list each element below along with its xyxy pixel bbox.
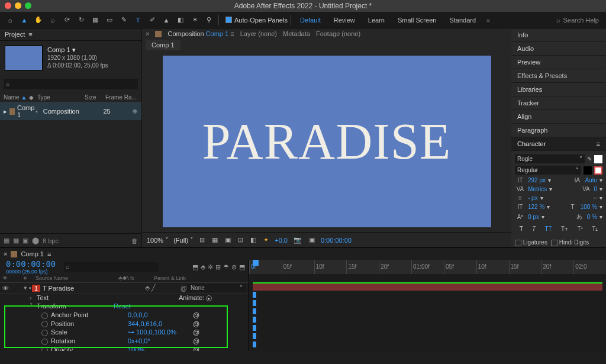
zoom-tool-icon[interactable]: ⌕	[46, 14, 59, 27]
superscript-button[interactable]: T¹	[577, 226, 582, 232]
composition-tab[interactable]: Composition Comp 1 ≡	[167, 30, 234, 37]
stroke-width-input[interactable]: - px	[528, 195, 538, 201]
timeline-current-time[interactable]: 0:00:00:00	[0, 259, 56, 269]
vscale-icon: IT	[515, 204, 526, 210]
footage-tab[interactable]: Footage (none)	[316, 30, 360, 37]
panel-libraries[interactable]: Libraries	[511, 83, 606, 96]
prop-text[interactable]: ›TextAnimate: ▸	[0, 294, 249, 302]
panel-info[interactable]: Info	[511, 28, 606, 42]
roto-tool-icon[interactable]: ✶	[188, 14, 201, 27]
canvas-text[interactable]: PARADISE	[202, 112, 452, 171]
hscale-input[interactable]: 100 %	[581, 204, 597, 210]
italic-button[interactable]: T	[532, 226, 536, 232]
camera-tool-icon[interactable]: ▦	[89, 14, 102, 27]
smallcaps-button[interactable]: Tᴛ	[561, 226, 568, 232]
preview-time[interactable]: 0:00:00:00	[321, 237, 352, 244]
fill-swatch[interactable]	[594, 155, 602, 163]
eraser-tool-icon[interactable]: ◧	[174, 14, 187, 27]
prop-opacity[interactable]: Opacity100%@	[0, 346, 249, 351]
prop-rotation[interactable]: Rotation0x+0,0°@	[0, 337, 249, 346]
project-columns[interactable]: Name ▲ ◆ Type Size Frame Ra...	[0, 93, 141, 102]
tsume-input[interactable]: 0 %	[587, 214, 597, 220]
selection-tool-icon[interactable]: ▲	[18, 14, 31, 27]
brush-tool-icon[interactable]: ✐	[146, 14, 159, 27]
eyedropper-icon[interactable]: ✎	[587, 156, 592, 162]
home-icon[interactable]: ⌂	[4, 14, 17, 27]
panel-effects[interactable]: Effects & Presets	[511, 69, 606, 83]
layer-bar[interactable]	[253, 282, 602, 291]
ligatures-checkbox[interactable]: Ligatures	[515, 239, 547, 246]
mask-icon[interactable]: ▦	[211, 236, 219, 244]
stroke-swatch[interactable]	[584, 166, 592, 175]
workspace-standard[interactable]: Standard	[443, 17, 482, 24]
playhead-icon[interactable]	[253, 260, 259, 266]
timeline-toolbar-icons[interactable]: ⬒⬘✲⊞☂⊘⬒	[192, 263, 249, 271]
subscript-button[interactable]: T₁	[592, 226, 598, 232]
composition-viewer[interactable]: PARADISE	[142, 51, 511, 232]
tsume-icon: あ	[574, 212, 585, 221]
search-help[interactable]: ⌕ Search Help	[556, 17, 599, 24]
layer-row-paradise[interactable]: 👁 ▾ ▪ 1 T Paradise ⬘ ╱ @ None˅	[0, 283, 249, 294]
panel-audio[interactable]: Audio	[511, 42, 606, 56]
composition-panel-tabs: × Composition Comp 1 ≡ Layer (none) Meta…	[142, 28, 511, 39]
font-style-select[interactable]: Regular˅	[515, 166, 581, 175]
workspace-small-screen[interactable]: Small Screen	[392, 17, 442, 24]
tracking-input[interactable]: 0	[594, 186, 597, 192]
region-icon[interactable]: ⊡	[237, 236, 244, 244]
vscale-input[interactable]: 122 %	[528, 204, 544, 210]
metadata-tab[interactable]: Metadata	[283, 30, 310, 37]
auto-open-panels-checkbox[interactable]: Auto-Open Panels	[225, 17, 288, 24]
parent-select[interactable]: None˅	[187, 284, 246, 292]
layer-tab[interactable]: Layer (none)	[240, 30, 277, 37]
orbit-tool-icon[interactable]: ⟳	[60, 14, 73, 27]
no-fill-icon[interactable]	[594, 166, 602, 175]
project-panel-header[interactable]: Project≡	[0, 28, 141, 41]
allcaps-button[interactable]: TT	[545, 226, 552, 232]
comp-inner-tab[interactable]: Comp 1	[146, 40, 180, 50]
timeline-track-area[interactable]	[249, 274, 606, 351]
project-search[interactable]	[4, 79, 138, 89]
baseline-input[interactable]: 0 px	[528, 214, 539, 220]
kerning-input[interactable]: Metrics	[528, 186, 547, 192]
visibility-toggle[interactable]: 👁	[2, 285, 12, 292]
timeline-ruler[interactable]: 0f 05f 10f 15f 20f 01:00f 05f 10f 15f 20…	[249, 260, 606, 274]
channel-icon[interactable]: ◧	[249, 236, 257, 244]
workspace-default[interactable]: Default	[294, 17, 327, 24]
prop-transform[interactable]: ˅TransformReset	[0, 302, 249, 311]
text-tool-icon[interactable]: T	[131, 14, 144, 27]
project-footer[interactable]: ▦▦▣⬤8 bpc🗑	[0, 233, 141, 247]
font-family-select[interactable]: Rogie˅	[515, 154, 585, 163]
zoom-select[interactable]: 100% ˅	[147, 236, 169, 244]
panel-tracker[interactable]: Tracker	[511, 96, 606, 110]
prop-position[interactable]: Position344,0,616,0@	[0, 320, 249, 328]
show-snapshot-icon[interactable]: ▣	[308, 236, 316, 244]
prop-scale[interactable]: Scale⊶ 100,0,100,0%@	[0, 328, 249, 337]
clone-tool-icon[interactable]: ▲	[160, 14, 173, 27]
hindi-digits-checkbox[interactable]: Hindi Digits	[551, 239, 589, 246]
bold-button[interactable]: T	[520, 226, 523, 232]
resolution-select[interactable]: (Full) ˅	[173, 236, 194, 244]
panel-paragraph[interactable]: Paragraph	[511, 124, 606, 137]
comp-thumbnail[interactable]	[5, 46, 43, 70]
prop-anchor-point[interactable]: Anchor Point0,0,0,0@	[0, 311, 249, 320]
font-size-input[interactable]: 292 px	[528, 177, 546, 183]
pen-tool-icon[interactable]: ✎	[117, 14, 130, 27]
leading-input[interactable]: Auto	[585, 177, 597, 183]
rotate-tool-icon[interactable]: ↻	[75, 14, 88, 27]
exposure-value[interactable]: +0,0	[275, 237, 288, 244]
project-item-comp1[interactable]: ▸ Comp 1 ▪ Composition 25 ⚛	[0, 102, 141, 120]
grid-icon[interactable]: ⊞	[198, 236, 206, 244]
workspace-review[interactable]: Review	[328, 17, 361, 24]
panel-preview[interactable]: Preview	[511, 56, 606, 69]
panel-character-header[interactable]: Character≡	[511, 137, 606, 151]
hand-tool-icon[interactable]: ✋	[32, 14, 45, 27]
workspace-learn[interactable]: Learn	[362, 17, 391, 24]
toggle-alpha-icon[interactable]: ▣	[224, 236, 232, 244]
timeline-search[interactable]	[64, 262, 159, 272]
window-traffic-lights[interactable]	[5, 2, 31, 9]
rect-tool-icon[interactable]: ▭	[103, 14, 116, 27]
reset-exposure-icon[interactable]: ✦	[262, 236, 270, 244]
puppet-tool-icon[interactable]: ⚲	[202, 14, 215, 27]
snapshot-icon[interactable]: 📷	[292, 236, 303, 244]
panel-align[interactable]: Align	[511, 110, 606, 124]
